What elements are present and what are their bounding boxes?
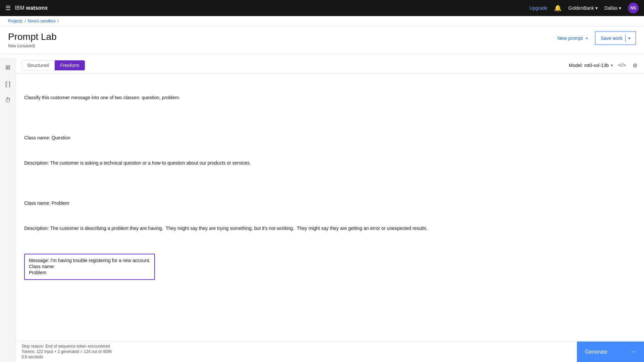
- panels-icon[interactable]: ⊞: [3, 62, 12, 73]
- tab-freeform[interactable]: Freeform: [55, 60, 85, 70]
- generate-button-container: Generate →: [577, 342, 644, 362]
- page-subtitle: New (unsaved): [8, 44, 57, 48]
- class2-desc: Description: The customer is describing …: [24, 225, 636, 232]
- tab-structured[interactable]: Structured: [21, 60, 55, 70]
- example-class-label: Class name:: [29, 264, 150, 269]
- model-chevron-icon: [611, 63, 613, 68]
- new-prompt-button[interactable]: New prompt: [553, 33, 592, 44]
- tokens-text: Tokens: 122 input + 2 generated = 124 ou…: [21, 349, 112, 354]
- save-work-button[interactable]: Save work ▾: [595, 32, 636, 45]
- model-selector[interactable]: Model: mt0-xxl-13b: [569, 63, 613, 68]
- left-sidebar: ⊞ [·] ⏱: [0, 58, 16, 362]
- region-selector[interactable]: Dallas: [604, 5, 621, 11]
- breadcrumb-projects-link[interactable]: Projects: [8, 19, 22, 23]
- page-header: Prompt Lab New (unsaved) New prompt Save…: [0, 26, 644, 54]
- code-view-icon[interactable]: </>: [617, 61, 627, 70]
- class2-name: Class name: Problem: [24, 199, 636, 207]
- breadcrumb-sandbox-link[interactable]: Nora's sandbox: [28, 19, 56, 23]
- user-avatar[interactable]: NS: [628, 3, 639, 13]
- example-class-value: Problem: [29, 270, 150, 275]
- class1-name: Class name: Question: [24, 134, 636, 141]
- history-icon[interactable]: ⏱: [3, 95, 13, 106]
- hamburger-menu-icon[interactable]: ☰: [5, 4, 11, 12]
- generate-arrow-icon: →: [630, 348, 636, 355]
- prompt-intro: Classify this customer message into one …: [24, 94, 636, 101]
- topnav-right: Upgrade 🔔 GoldenBank Dallas NS: [529, 3, 639, 13]
- org-chevron-icon: [595, 5, 598, 11]
- bottom-status-bar: Stop reason: End of sequence token encou…: [16, 341, 644, 362]
- toolbar-right: Model: mt0-xxl-13b </> ⚙: [569, 61, 639, 70]
- upgrade-link[interactable]: Upgrade: [529, 5, 547, 11]
- page-title-section: Prompt Lab New (unsaved): [8, 32, 57, 48]
- main-content: ⊞ [·] ⏱ Structured Freeform Model: mt0-x…: [0, 58, 644, 362]
- breadcrumb: Projects / Nora's sandbox /: [0, 16, 644, 26]
- page-title: Prompt Lab: [8, 32, 57, 42]
- expand-icon[interactable]: [·]: [3, 78, 12, 89]
- organization-selector[interactable]: GoldenBank: [568, 5, 598, 11]
- mode-tabs: Structured Freeform: [21, 60, 85, 70]
- breadcrumb-separator-2: /: [58, 19, 59, 23]
- generate-label: Generate: [585, 349, 607, 355]
- save-work-chevron-icon[interactable]: ▾: [625, 35, 630, 42]
- top-navigation: ☰ IBM watsonx Upgrade 🔔 GoldenBank Dalla…: [0, 0, 644, 16]
- breadcrumb-separator-1: /: [24, 19, 25, 23]
- editor-area: Structured Freeform Model: mt0-xxl-13b <…: [16, 58, 644, 362]
- time-text: 0.8 seconds: [21, 355, 43, 359]
- stop-reason-text: Stop reason: End of sequence token encou…: [21, 344, 110, 349]
- generate-button[interactable]: Generate →: [577, 342, 644, 362]
- prompt-content: Classify this customer message into one …: [24, 79, 636, 250]
- class1-desc: Description: The customer is asking a te…: [24, 159, 636, 167]
- editor-toolbar: Structured Freeform Model: mt0-xxl-13b <…: [16, 58, 644, 73]
- example-highlight-box: Message: I'm having trouble registering …: [24, 254, 155, 280]
- brand-logo: IBM watsonx: [15, 5, 48, 11]
- region-chevron-icon: [619, 5, 621, 11]
- prompt-area[interactable]: Classify this customer message into one …: [16, 73, 644, 341]
- settings-sliders-icon[interactable]: ⚙: [631, 61, 639, 70]
- topnav-left: ☰ IBM watsonx: [5, 4, 48, 12]
- page-actions: New prompt Save work ▾: [553, 32, 636, 45]
- notification-bell-icon[interactable]: 🔔: [554, 4, 561, 12]
- example-message: Message: I'm having trouble registering …: [29, 258, 150, 263]
- plus-icon: [584, 36, 588, 41]
